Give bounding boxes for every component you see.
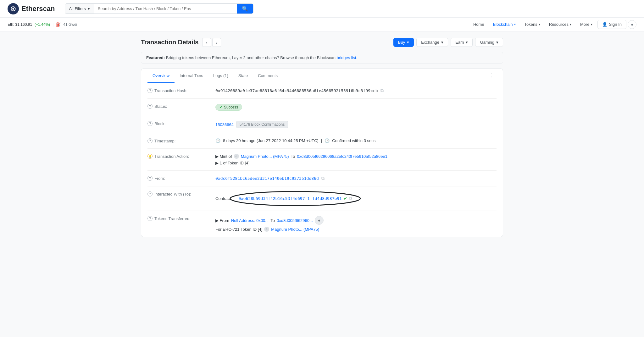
- bridges-link[interactable]: bridges list.: [337, 55, 358, 60]
- block-label-text: Block:: [154, 121, 165, 126]
- from-label: ? From:: [147, 176, 210, 181]
- block-number-link[interactable]: 15036664: [215, 122, 234, 127]
- exchange-label: Exchange: [421, 40, 439, 45]
- gaming-label: Gaming: [480, 40, 494, 45]
- nav-arrows: ‹ ›: [202, 38, 221, 47]
- to-text: To: [291, 154, 295, 159]
- nav-resources[interactable]: Resources ▾: [545, 19, 575, 29]
- confirmed-text: Confirmed within 3 secs: [332, 138, 375, 143]
- nav-home-label: Home: [473, 22, 484, 27]
- block-help-icon[interactable]: ?: [147, 121, 153, 126]
- main-card: Overview Internal Txns Logs (1) State Co…: [141, 69, 503, 237]
- tokens-label-text: Tokens Transferred:: [154, 216, 191, 221]
- from-address-link[interactable]: 0xdc6f5281bc65dee2d317e140eb19c927351dd8…: [215, 176, 319, 181]
- tab-comments-label: Comments: [258, 73, 278, 78]
- token-name-link[interactable]: Magnum Photo... (MPA75): [241, 154, 289, 159]
- tab-logs[interactable]: Logs (1): [208, 69, 233, 83]
- filter-label: All Filters: [69, 6, 86, 11]
- hash-help-icon[interactable]: ?: [147, 88, 153, 93]
- gaming-button[interactable]: Gaming ▾: [475, 38, 503, 47]
- action-label-text: Transaction Action:: [154, 154, 189, 159]
- exchange-chevron-icon: ▾: [441, 40, 443, 45]
- tokens-detail: ▶ From Null Address: 0x00... To 0xd8d005…: [215, 216, 324, 232]
- tab-internal-txns[interactable]: Internal Txns: [175, 69, 208, 83]
- action-to-address-link[interactable]: 0xd8d005f66296068a2efc240f7e5910af52a86e…: [297, 154, 387, 159]
- resources-chevron-icon: ▾: [570, 23, 571, 26]
- featured-text: Bridging tokens between Ethereum, Layer …: [166, 55, 336, 60]
- nav-blockchain[interactable]: Blockchain ▾: [489, 19, 519, 29]
- nav-resources-label: Resources: [549, 22, 569, 27]
- nav-tokens[interactable]: Tokens ▾: [521, 19, 544, 29]
- tab-internal-txns-label: Internal Txns: [180, 73, 203, 78]
- search-button[interactable]: 🔍: [237, 4, 253, 14]
- contract-highlight-wrapper: 0xe628b59d34f42b16c53f4d697f1ffd4d8d987b…: [233, 191, 357, 206]
- tokens-to-address-link[interactable]: 0xd8d005f662960...: [277, 218, 313, 223]
- hash-text: 0x91420889a0fe37ae88318a6f64c9446888536a…: [215, 88, 378, 93]
- gwei-value: 41 Gwei: [63, 22, 77, 27]
- hash-value: 0x91420889a0fe37ae88318a6f64c9446888536a…: [215, 88, 497, 93]
- token-transfer-line: ▶ From Null Address: 0x00... To 0xd8d005…: [215, 216, 324, 225]
- action-label: 💡 Transaction Action:: [147, 154, 210, 159]
- status-help-icon[interactable]: ?: [147, 104, 153, 109]
- tab-more-icon[interactable]: ⋮: [486, 70, 497, 82]
- from-help-icon[interactable]: ?: [147, 176, 153, 181]
- search-input[interactable]: [94, 4, 237, 14]
- navigation-bar: Eth: $1,160.91 (+1.44%) | ⛽ 41 Gwei Home…: [0, 18, 644, 31]
- hash-copy-icon[interactable]: ⧉: [380, 88, 384, 93]
- action-help-icon[interactable]: 💡: [147, 154, 153, 159]
- action-buttons-group: Buy ▾ Exchange ▾ Earn ▾ Gaming ▾: [393, 38, 503, 47]
- confirmations-badge: 54176 Block Confirmations: [236, 121, 288, 128]
- from-value: 0xdc6f5281bc65dee2d317e140eb19c927351dd8…: [215, 176, 497, 181]
- detail-section: ? Transaction Hash: 0x91420889a0fe37ae88…: [141, 83, 503, 237]
- tab-overview[interactable]: Overview: [147, 69, 175, 83]
- sign-in-label: Sign In: [609, 22, 622, 27]
- buy-button[interactable]: Buy ▾: [393, 38, 414, 47]
- prev-arrow-button[interactable]: ‹: [202, 38, 211, 47]
- tab-comments[interactable]: Comments: [253, 69, 283, 83]
- timestamp-value: 🕐 8 days 20 hrs ago (Jun-27-2022 10:44:2…: [215, 138, 497, 143]
- gwei-icon: ⛽: [56, 22, 61, 27]
- eth-change: (+1.44%): [35, 22, 50, 27]
- timestamp-row: ? Timestamp: 🕐 8 days 20 hrs ago (Jun-27…: [147, 133, 497, 149]
- tokens-from-label: ▶ From: [215, 218, 229, 223]
- contract-address-link[interactable]: 0xe628b59d34f42b16c53f4d697f1ffd4d8d987b…: [238, 196, 342, 201]
- from-copy-icon[interactable]: ⧉: [321, 176, 325, 181]
- contract-copy-icon[interactable]: ⧉: [349, 196, 352, 201]
- exchange-button[interactable]: Exchange ▾: [416, 38, 448, 47]
- block-label: ? Block:: [147, 121, 210, 126]
- token-for-line: For ERC-721 Token ID [4] ○ Magnum Photo.…: [215, 227, 324, 232]
- tab-state[interactable]: State: [233, 69, 253, 83]
- tokens-to-label: To: [270, 218, 275, 223]
- logo-icon: [8, 3, 19, 14]
- tokens-help-icon[interactable]: ?: [147, 216, 153, 221]
- more-chevron-icon: ▾: [591, 23, 592, 26]
- gaming-chevron-icon: ▾: [496, 40, 498, 45]
- nav-home[interactable]: Home: [469, 19, 488, 29]
- sign-in-button[interactable]: 👤 Sign In: [597, 20, 626, 29]
- interacted-help-icon[interactable]: ?: [147, 191, 153, 196]
- next-arrow-button[interactable]: ›: [212, 38, 221, 47]
- hash-label: ? Transaction Hash:: [147, 88, 210, 93]
- filter-dropdown[interactable]: All Filters ▾: [65, 4, 94, 14]
- from-label-text: From:: [154, 176, 165, 181]
- contract-verified-icon: ✔: [344, 196, 347, 201]
- confirmed-icon: 🕐: [325, 138, 330, 143]
- tokens-name-link[interactable]: Magnum Photo... (MPA75): [271, 227, 319, 232]
- timestamp-help-icon[interactable]: ?: [147, 138, 153, 143]
- status-label-text: Status:: [154, 104, 167, 109]
- eth-price-info: Eth: $1,160.91 (+1.44%) | ⛽ 41 Gwei: [8, 22, 77, 27]
- page-title-area: Transaction Details ‹ ›: [141, 38, 221, 47]
- tokens-label: ? Tokens Transferred:: [147, 216, 210, 221]
- earn-button[interactable]: Earn ▾: [451, 38, 473, 47]
- token-id-line: ▶ 1 of Token ID [4]: [215, 161, 249, 165]
- for-label: For ERC-721 Token ID [4]: [215, 227, 262, 232]
- interacted-row: ? Interacted With (To): Contract 0xe628b…: [147, 186, 497, 211]
- eth-network-icon[interactable]: ♦: [628, 20, 636, 29]
- nav-more[interactable]: More ▾: [576, 19, 596, 29]
- status-check-icon: ✔: [219, 105, 223, 109]
- logo: Etherscan: [8, 3, 55, 14]
- title-bar: Transaction Details ‹ › Buy ▾ Exchange ▾…: [141, 38, 503, 47]
- tokens-from-address-link[interactable]: Null Address: 0x00...: [231, 218, 269, 223]
- buy-chevron-icon: ▾: [407, 40, 409, 45]
- page-content: Transaction Details ‹ › Buy ▾ Exchange ▾…: [133, 31, 511, 243]
